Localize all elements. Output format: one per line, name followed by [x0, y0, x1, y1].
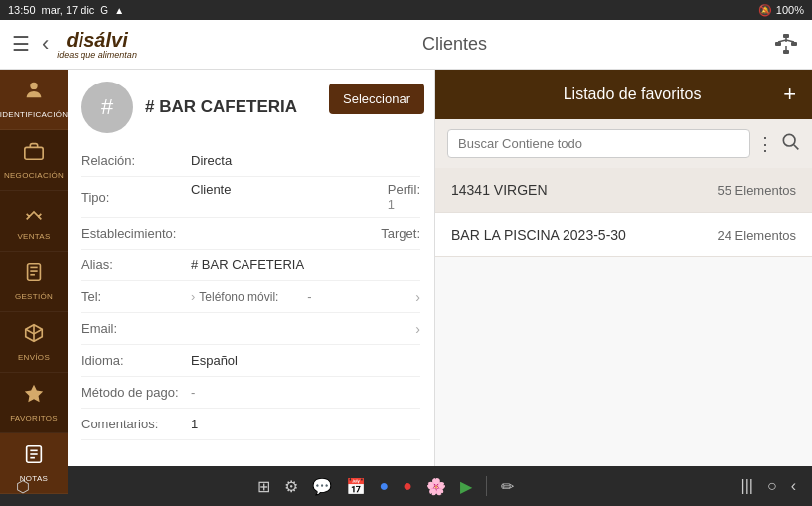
apps-icon[interactable]: ⊞	[257, 477, 270, 496]
search-row: ⋮	[435, 119, 812, 168]
select-button[interactable]: Seleccionar	[329, 84, 424, 114]
alias-value: # BAR CAFETERIA	[191, 257, 420, 272]
favorites-header: Listado de favoritos +	[435, 70, 812, 119]
sidebar-label-favoritos: FAVORITOS	[10, 414, 58, 422]
comentarios-label: Comentarios:	[81, 417, 191, 431]
sidebar-label-ventas: VENTAS	[17, 232, 50, 241]
add-favorite-button[interactable]: +	[783, 82, 796, 107]
establecimiento-value	[191, 226, 361, 241]
back-icon[interactable]: ‹	[42, 31, 49, 57]
svg-line-5	[778, 40, 786, 42]
target-label: Target:	[381, 226, 420, 241]
flower-icon[interactable]: 🌸	[426, 477, 446, 496]
status-bar: 13:50 mar, 17 dic G ▲ 🔕 100%	[0, 0, 812, 20]
home-icon[interactable]: ○	[767, 477, 777, 495]
svg-line-6	[786, 40, 794, 42]
tel-row-chevron: ›	[415, 289, 420, 305]
network-icon: G	[100, 5, 108, 16]
email-row[interactable]: Email: ›	[81, 313, 420, 345]
svg-rect-9	[25, 147, 43, 159]
red-icon[interactable]: ●	[403, 477, 412, 495]
menu-icon[interactable]: ☰	[12, 32, 30, 56]
metodo-label: Método de pago:	[81, 385, 191, 400]
relacion-label: Relación:	[81, 153, 191, 168]
chat-icon[interactable]: 💬	[312, 477, 332, 496]
taskbar-right: ||| ○ ‹	[741, 477, 796, 495]
list-item[interactable]: BAR LA PISCINA 2023-5-30 24 Elementos	[435, 213, 812, 257]
perfil-value: 1	[388, 197, 420, 212]
org-chart-icon[interactable]	[772, 31, 800, 59]
search-input[interactable]	[447, 129, 750, 158]
svg-rect-3	[783, 50, 789, 54]
perfil-sub: Perfil: 1	[388, 182, 420, 212]
estab-target-values: Target:	[191, 226, 420, 241]
svg-line-21	[794, 145, 799, 150]
back-nav-icon[interactable]: ‹	[791, 477, 796, 495]
settings-icon[interactable]: ⚙	[284, 477, 298, 496]
svg-point-20	[783, 134, 795, 146]
pen-icon[interactable]: ✏	[501, 477, 514, 496]
sidebar-item-favoritos[interactable]: FAVORITOS	[0, 373, 68, 433]
fav-item-name: 14341 VIRGEN	[451, 182, 548, 198]
phone-detail: Teléfono móvil:	[199, 290, 307, 304]
wifi-icon: ▲	[114, 5, 124, 16]
green-icon[interactable]: ▶	[460, 477, 472, 496]
recents-icon[interactable]: |||	[741, 477, 753, 495]
mute-icon: 🔕	[758, 4, 772, 17]
client-fields: Relación: Directa Tipo: Cliente Perfil: …	[68, 145, 434, 454]
sidebar-item-envios[interactable]: ENVÍOS	[0, 312, 68, 373]
calendar-icon[interactable]: 📅	[346, 477, 366, 496]
status-left: 13:50 mar, 17 dic G ▲	[8, 4, 124, 16]
idioma-label: Idioma:	[81, 353, 191, 368]
comentarios-row: Comentarios: 1	[81, 409, 420, 440]
page-title: Clientes	[137, 34, 772, 55]
tipo-perfil-row: Tipo: Cliente Perfil: 1	[81, 177, 420, 218]
fav-item-count: 55 Elementos	[718, 183, 797, 198]
fav-list: 14341 VIRGEN 55 Elementos BAR LA PISCINA…	[435, 168, 812, 466]
tipo-label: Tipo:	[81, 190, 191, 205]
tel-value: -	[307, 289, 415, 304]
relacion-row: Relación: Directa	[81, 145, 420, 177]
avatar-text: #	[101, 94, 113, 120]
favorites-title: Listado de favoritos	[481, 85, 783, 103]
clipboard-icon	[23, 261, 45, 288]
alias-row: Alias: # BAR CAFETERIA	[81, 250, 420, 281]
header-left: ☰ ‹ disálvi ideas que alimentan	[12, 29, 137, 61]
svg-rect-2	[791, 42, 797, 46]
alias-label: Alias:	[81, 257, 191, 272]
email-label: Email:	[81, 321, 191, 336]
sidebar-label-negociacion: NEGOCIACIÓN	[4, 171, 64, 180]
svg-rect-1	[775, 42, 781, 46]
logo: disálvi ideas que alimentan	[57, 29, 137, 61]
comentarios-value: 1	[191, 417, 420, 431]
top-header: ☰ ‹ disálvi ideas que alimentan Clientes	[0, 20, 812, 70]
client-panel: # # BAR CAFETERIA Seleccionar Relación: …	[68, 70, 435, 466]
chrome-icon[interactable]: ●	[380, 477, 390, 495]
perfil-label: Perfil:	[388, 182, 420, 197]
sidebar-item-identificacion[interactable]: IDENTIFICACIÓN	[0, 70, 68, 130]
search-icon[interactable]	[780, 131, 800, 156]
search-options-icon[interactable]: ⋮	[756, 133, 774, 155]
sidebar-item-negociacion[interactable]: NEGOCIACIÓN	[0, 130, 68, 191]
svg-point-8	[30, 83, 37, 89]
sidebar: IDENTIFICACIÓN NEGOCIACIÓN VENTAS GESTIÓ…	[0, 70, 68, 466]
establecimiento-label: Establecimiento:	[81, 226, 191, 241]
person-icon	[23, 80, 45, 106]
idioma-value: Español	[191, 353, 420, 368]
target-sub: Target:	[381, 226, 420, 241]
sidebar-item-gestion[interactable]: GESTIÓN	[0, 252, 68, 312]
tipo-perfil-values: Cliente Perfil: 1	[191, 182, 420, 212]
establecimiento-row: Establecimiento: Target:	[81, 218, 420, 250]
date: mar, 17 dic	[42, 4, 95, 16]
screenshot-icon[interactable]: ⬡	[16, 477, 30, 496]
tipo-value: Cliente	[191, 182, 368, 212]
tel-row[interactable]: Tel: › Teléfono móvil: - ›	[81, 281, 420, 313]
fav-item-count: 24 Elementos	[718, 228, 797, 243]
sidebar-item-ventas[interactable]: VENTAS	[0, 191, 68, 252]
svg-marker-15	[25, 385, 43, 402]
notes-icon	[23, 443, 45, 470]
sidebar-item-notas[interactable]: NOTAS	[0, 433, 68, 494]
sidebar-label-gestion: GESTIÓN	[15, 292, 53, 301]
fav-item-name: BAR LA PISCINA 2023-5-30	[451, 227, 626, 243]
list-item[interactable]: 14341 VIRGEN 55 Elementos	[435, 168, 812, 213]
